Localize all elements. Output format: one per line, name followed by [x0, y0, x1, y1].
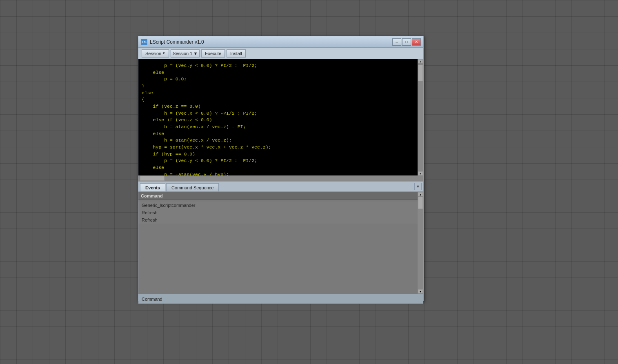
execute-button[interactable]: Execute: [201, 49, 225, 58]
h-scroll-thumb[interactable]: [140, 176, 165, 181]
events-scroll-thumb[interactable]: [418, 197, 423, 209]
app-icon: LS: [141, 39, 147, 45]
title-bar: LS LScript Commander v1.0 – □ ✕: [138, 36, 423, 48]
toolbar: Session ▼ Session 1 ▼ Execute Install: [138, 48, 423, 59]
events-list: Generic_lscriptcommanderRefreshRefresh: [138, 200, 423, 225]
code-content: p = (vec.y < 0.0) ? PI/2 : -PI/2; else p…: [138, 61, 423, 175]
events-header: Command: [138, 192, 423, 200]
window-title: LScript Commander v1.0: [150, 39, 204, 45]
events-scrollbar-vertical[interactable]: ▲ ▼: [418, 192, 423, 294]
session-select-arrow: ▼: [193, 51, 198, 56]
events-scroll-up[interactable]: ▲: [418, 192, 423, 196]
scroll-down-arrow[interactable]: ▼: [418, 171, 423, 175]
tabs-bar: Events Command Sequence ▼: [138, 181, 423, 192]
scroll-thumb[interactable]: [418, 65, 423, 81]
tab-command-sequence[interactable]: Command Sequence: [166, 183, 219, 191]
events-panel: Command Generic_lscriptcommanderRefreshR…: [138, 192, 423, 294]
session-dropdown[interactable]: Session ▼: [142, 49, 169, 58]
code-editor[interactable]: p = (vec.y < 0.0) ? PI/2 : -PI/2; else p…: [138, 59, 423, 175]
command-label: Command: [142, 297, 162, 302]
main-window: LS LScript Commander v1.0 – □ ✕ Session …: [138, 36, 424, 301]
minimize-button[interactable]: –: [392, 38, 401, 46]
close-button[interactable]: ✕: [412, 38, 421, 46]
tab-scroll-right[interactable]: ▼: [414, 183, 422, 190]
tabs-left: Events Command Sequence: [140, 183, 219, 191]
events-header-text: Command: [141, 193, 163, 198]
title-bar-left: LS LScript Commander v1.0: [141, 39, 204, 45]
scroll-up-arrow[interactable]: ▲: [418, 59, 423, 63]
code-scrollbar-horizontal[interactable]: [138, 175, 423, 181]
command-bar: Command: [138, 294, 423, 304]
list-item[interactable]: Refresh: [138, 216, 423, 224]
title-buttons: – □ ✕: [392, 38, 421, 46]
events-scroll-down[interactable]: ▼: [418, 289, 423, 293]
list-item[interactable]: Generic_lscriptcommander: [138, 202, 423, 209]
maximize-button[interactable]: □: [402, 38, 411, 46]
code-scrollbar-vertical[interactable]: ▲ ▼: [418, 59, 423, 175]
list-item[interactable]: Refresh: [138, 209, 423, 216]
tab-events[interactable]: Events: [140, 183, 165, 191]
install-button[interactable]: Install: [227, 49, 246, 58]
session-dropdown-arrow: ▼: [162, 51, 165, 55]
session-select[interactable]: Session 1 ▼: [171, 49, 200, 58]
